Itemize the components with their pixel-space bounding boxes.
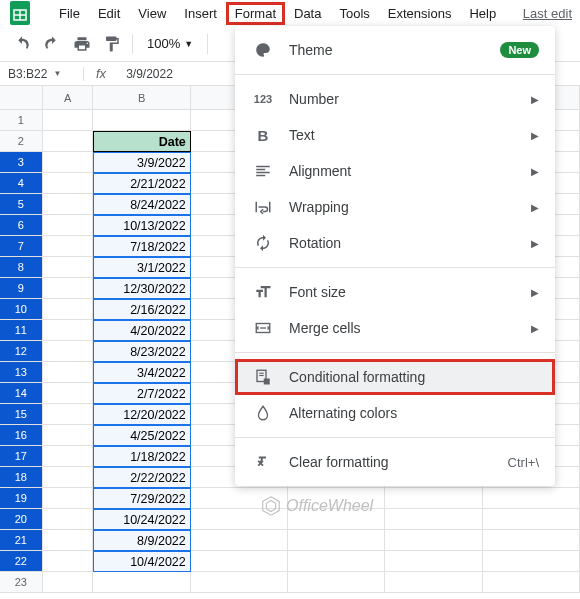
column-header[interactable]: A [43,86,94,109]
row-header[interactable]: 16 [0,425,43,446]
menu-extensions[interactable]: Extensions [379,2,461,25]
row-header[interactable]: 7 [0,236,43,257]
cell[interactable] [483,551,580,572]
paint-format-icon[interactable] [98,30,126,58]
cell[interactable] [43,320,94,341]
cell[interactable] [43,131,94,152]
row-header[interactable]: 4 [0,173,43,194]
cell[interactable] [483,530,580,551]
cell[interactable] [385,488,482,509]
cell[interactable] [385,572,482,593]
select-all-corner[interactable] [0,86,43,109]
cell[interactable] [191,572,288,593]
cell[interactable]: 8/9/2022 [93,530,190,551]
row-header[interactable]: 17 [0,446,43,467]
cell[interactable] [43,278,94,299]
cell[interactable] [43,194,94,215]
cell[interactable] [43,362,94,383]
cell[interactable] [43,152,94,173]
row-header[interactable]: 15 [0,404,43,425]
cell[interactable] [43,551,94,572]
zoom-selector[interactable]: 100%▼ [139,36,201,51]
cell[interactable] [385,509,482,530]
menu-number[interactable]: 123 Number ▶ [235,81,555,117]
menu-file[interactable]: File [50,2,89,25]
cell[interactable]: 8/23/2022 [93,341,190,362]
menu-insert[interactable]: Insert [175,2,226,25]
cell[interactable] [191,551,288,572]
cell[interactable]: 4/25/2022 [93,425,190,446]
row-header[interactable]: 22 [0,551,43,572]
cell[interactable]: 3/1/2022 [93,257,190,278]
cell[interactable]: 12/20/2022 [93,404,190,425]
cell[interactable] [385,551,482,572]
row-header[interactable]: 2 [0,131,43,152]
cell[interactable]: 10/24/2022 [93,509,190,530]
cell[interactable] [43,257,94,278]
menu-tools[interactable]: Tools [330,2,378,25]
cell[interactable] [191,530,288,551]
row-header[interactable]: 3 [0,152,43,173]
menu-merge-cells[interactable]: Merge cells ▶ [235,310,555,346]
menu-edit[interactable]: Edit [89,2,129,25]
cell[interactable] [288,551,385,572]
row-header[interactable]: 21 [0,530,43,551]
row-header[interactable]: 20 [0,509,43,530]
row-header[interactable]: 11 [0,320,43,341]
cell[interactable]: 2/21/2022 [93,173,190,194]
row-header[interactable]: 1 [0,110,43,131]
row-header[interactable]: 8 [0,257,43,278]
cell[interactable]: 1/18/2022 [93,446,190,467]
menu-conditional-formatting[interactable]: Conditional formatting [235,359,555,395]
cell[interactable]: 10/4/2022 [93,551,190,572]
cell[interactable] [288,572,385,593]
cell[interactable]: 2/7/2022 [93,383,190,404]
cell[interactable] [43,572,94,593]
cell[interactable] [483,572,580,593]
cell[interactable]: 3/9/2022 [93,152,190,173]
cell[interactable] [483,509,580,530]
cell[interactable] [43,509,94,530]
cell[interactable] [385,530,482,551]
row-header[interactable]: 19 [0,488,43,509]
menu-wrapping[interactable]: Wrapping ▶ [235,189,555,225]
cell[interactable] [43,383,94,404]
formula-input[interactable]: 3/9/2022 [118,67,181,81]
cell[interactable]: 7/29/2022 [93,488,190,509]
menu-alignment[interactable]: Alignment ▶ [235,153,555,189]
menu-text[interactable]: B Text ▶ [235,117,555,153]
cell[interactable]: 2/16/2022 [93,299,190,320]
cell[interactable] [43,404,94,425]
cell[interactable] [43,236,94,257]
menu-theme[interactable]: Theme New [235,32,555,68]
menu-format[interactable]: Format [226,2,285,25]
row-header[interactable]: 18 [0,467,43,488]
cell[interactable]: 10/13/2022 [93,215,190,236]
name-box[interactable]: B3:B22▼ [0,67,84,81]
menu-help[interactable]: Help [460,2,505,25]
cell[interactable] [43,488,94,509]
sheets-logo-icon[interactable] [8,1,32,25]
cell[interactable] [93,572,190,593]
row-header[interactable]: 10 [0,299,43,320]
cell[interactable]: 8/24/2022 [93,194,190,215]
cell[interactable] [43,446,94,467]
row-header[interactable]: 5 [0,194,43,215]
last-edit-link[interactable]: Last edit [523,6,572,21]
cell[interactable] [43,299,94,320]
cell[interactable] [93,110,190,131]
cell[interactable]: Date [93,131,190,152]
cell[interactable] [43,425,94,446]
row-header[interactable]: 12 [0,341,43,362]
menu-rotation[interactable]: Rotation ▶ [235,225,555,261]
row-header[interactable]: 13 [0,362,43,383]
cell[interactable] [483,488,580,509]
print-icon[interactable] [68,30,96,58]
cell[interactable] [43,110,94,131]
cell[interactable] [43,467,94,488]
row-header[interactable]: 14 [0,383,43,404]
cell[interactable] [43,215,94,236]
column-header[interactable]: B [93,86,190,109]
cell[interactable] [43,173,94,194]
cell[interactable]: 2/22/2022 [93,467,190,488]
